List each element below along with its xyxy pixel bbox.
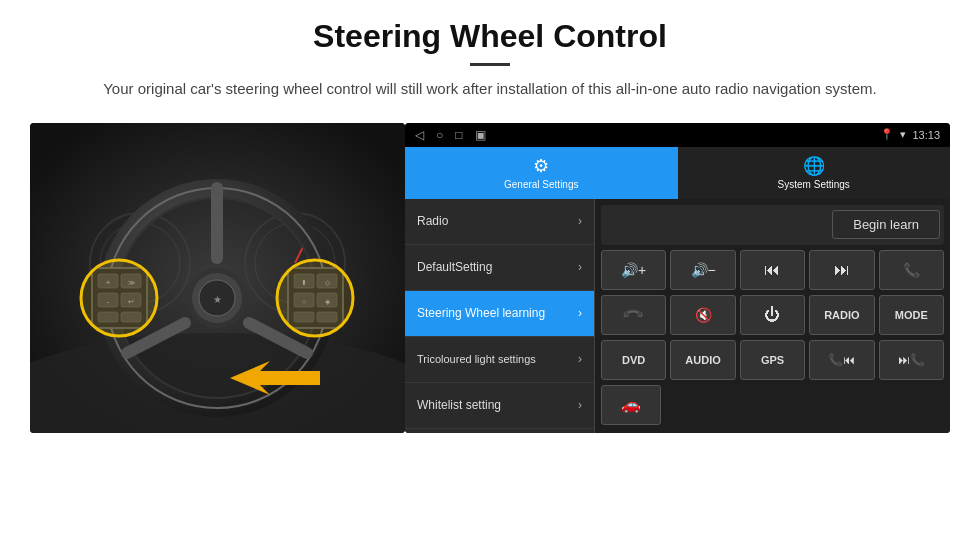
begin-learn-button[interactable]: Begin learn [832, 210, 940, 239]
menu-item-tricoloured[interactable]: Tricoloured light settings › [405, 337, 594, 383]
menu-item-steering-chevron: › [578, 306, 582, 320]
title-divider [470, 63, 510, 66]
svg-text:★: ★ [213, 294, 222, 305]
general-settings-label: General Settings [504, 179, 579, 190]
vol-down-btn[interactable]: 🔊− [670, 250, 735, 290]
audio-label: AUDIO [685, 354, 720, 366]
vol-down-icon: 🔊− [691, 262, 716, 278]
tab-system-settings[interactable]: 🌐 System Settings [678, 147, 951, 199]
prev-track-icon: ⏮ [764, 261, 780, 279]
mute-btn[interactable]: 🔇 [670, 295, 735, 335]
time-display: 13:13 [912, 129, 940, 141]
menu-item-defaultsetting[interactable]: DefaultSetting › [405, 245, 594, 291]
menu-item-steering-wheel[interactable]: Steering Wheel learning › [405, 291, 594, 337]
menu-item-steering-label: Steering Wheel learning [417, 306, 545, 320]
right-panel: Begin learn 🔊+ 🔊− ⏮ ⏭ [595, 199, 950, 433]
car-icon-btn[interactable]: 🚗 [601, 385, 661, 425]
steering-wheel-image: ★ + ≫ - ↩ ⬆ ◇ ○ [30, 123, 405, 433]
system-settings-label: System Settings [778, 179, 850, 190]
status-bar-left: ◁ ○ □ ▣ [415, 128, 486, 142]
call-answer-btn[interactable]: 📞 [879, 250, 944, 290]
page-title: Steering Wheel Control [60, 18, 920, 55]
main-content: ★ + ≫ - ↩ ⬆ ◇ ○ [0, 111, 980, 443]
svg-point-39 [81, 260, 157, 336]
page-subtitle: Your original car's steering wheel contr… [80, 78, 900, 101]
begin-learn-row: Begin learn [601, 205, 944, 245]
menu-item-radio-label: Radio [417, 214, 448, 228]
tel-prev-icon: 📞⏮ [828, 353, 855, 367]
vol-up-icon: 🔊+ [621, 262, 646, 278]
recents-nav-icon[interactable]: □ [455, 128, 462, 142]
menu-item-radio-chevron: › [578, 214, 582, 228]
location-icon: 📍 [880, 128, 894, 141]
radio-btn[interactable]: RADIO [809, 295, 874, 335]
svg-point-1 [30, 333, 405, 433]
tab-bar: ⚙ General Settings 🌐 System Settings [405, 147, 950, 199]
tel-next-btn[interactable]: ⏭📞 [879, 340, 944, 380]
next-track-icon: ⏭ [834, 261, 850, 279]
system-settings-icon: 🌐 [803, 155, 825, 177]
dvd-label: DVD [622, 354, 645, 366]
bottom-icon-row: 🚗 [601, 385, 944, 425]
mode-btn[interactable]: MODE [879, 295, 944, 335]
menu-item-default-label: DefaultSetting [417, 260, 492, 274]
mute-icon: 🔇 [695, 307, 712, 323]
status-bar-right: 📍 ▾ 13:13 [880, 128, 940, 141]
next-track-btn[interactable]: ⏭ [809, 250, 874, 290]
left-menu: Radio › DefaultSetting › Steering Wheel … [405, 199, 595, 433]
menu-item-whitelist-label: Whitelist setting [417, 398, 501, 412]
gps-label: GPS [761, 354, 784, 366]
dvd-btn[interactable]: DVD [601, 340, 666, 380]
tel-next-icon: ⏭📞 [898, 353, 925, 367]
tel-prev-btn[interactable]: 📞⏮ [809, 340, 874, 380]
svg-point-40 [277, 260, 353, 336]
power-icon: ⏻ [764, 306, 780, 324]
page-header: Steering Wheel Control Your original car… [0, 0, 980, 111]
menu-item-whitelist[interactable]: Whitelist setting › [405, 383, 594, 429]
menu-item-whitelist-chevron: › [578, 398, 582, 412]
tab-general-settings[interactable]: ⚙ General Settings [405, 147, 678, 199]
gps-btn[interactable]: GPS [740, 340, 805, 380]
menu-item-tricoloured-label: Tricoloured light settings [417, 353, 536, 365]
radio-label: RADIO [824, 309, 859, 321]
audio-btn[interactable]: AUDIO [670, 340, 735, 380]
home-nav-icon[interactable]: ○ [436, 128, 443, 142]
car-icon: 🚗 [621, 395, 641, 414]
steering-wheel-svg: ★ + ≫ - ↩ ⬆ ◇ ○ [30, 123, 405, 433]
screenshot-nav-icon[interactable]: ▣ [475, 128, 486, 142]
back-nav-icon[interactable]: ◁ [415, 128, 424, 142]
vol-up-btn[interactable]: 🔊+ [601, 250, 666, 290]
wifi-icon: ▾ [900, 128, 906, 141]
controls-row-2: 📞 🔇 ⏻ RADIO MODE [601, 295, 944, 335]
menu-item-radio[interactable]: Radio › [405, 199, 594, 245]
controls-row-3: DVD AUDIO GPS 📞⏮ ⏭📞 [601, 340, 944, 380]
call-answer-icon: 📞 [903, 262, 920, 278]
call-end-icon: 📞 [622, 303, 645, 326]
general-settings-icon: ⚙ [533, 155, 549, 177]
settings-body: Radio › DefaultSetting › Steering Wheel … [405, 199, 950, 433]
prev-track-btn[interactable]: ⏮ [740, 250, 805, 290]
controls-row-1: 🔊+ 🔊− ⏮ ⏭ 📞 [601, 250, 944, 290]
menu-item-default-chevron: › [578, 260, 582, 274]
power-btn[interactable]: ⏻ [740, 295, 805, 335]
menu-item-tricoloured-chevron: › [578, 352, 582, 366]
screen-container: ◁ ○ □ ▣ 📍 ▾ 13:13 ⚙ General Settings 🌐 S… [405, 123, 950, 433]
call-end-btn[interactable]: 📞 [601, 295, 666, 335]
mode-label: MODE [895, 309, 928, 321]
status-bar: ◁ ○ □ ▣ 📍 ▾ 13:13 [405, 123, 950, 147]
